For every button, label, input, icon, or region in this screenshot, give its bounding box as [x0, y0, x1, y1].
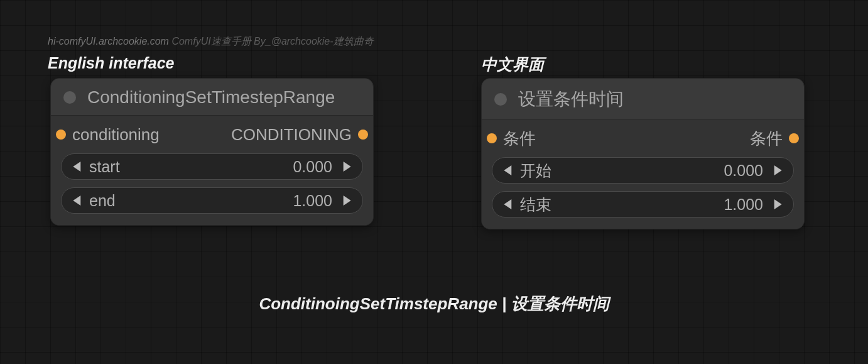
output-conditioning[interactable]: CONDITIONING	[231, 125, 363, 145]
watermark: hi-comfyUI.archcookie.com ComfyUI速查手册 By…	[48, 35, 374, 48]
node-chinese[interactable]: 设置条件时间 条件 条件 开始 0.000	[481, 78, 805, 229]
io-row: 条件 条件	[492, 128, 794, 148]
param-label: start	[89, 158, 293, 176]
section-label-chinese: 中文界面	[481, 54, 544, 75]
param-value[interactable]: 1.000	[724, 196, 763, 214]
increment-button[interactable]	[769, 165, 786, 175]
param-value[interactable]: 0.000	[293, 158, 332, 176]
io-row: conditioning CONDITIONING	[61, 124, 363, 145]
arrow-left-icon	[73, 162, 82, 172]
output-port-icon[interactable]	[358, 130, 368, 140]
arrow-left-icon	[73, 196, 82, 206]
param-label: 开始	[520, 160, 724, 181]
arrow-left-icon	[504, 199, 513, 209]
param-end[interactable]: 结束 1.000	[492, 191, 794, 218]
arrow-right-icon	[342, 196, 351, 206]
node-title: 设置条件时间	[518, 87, 624, 111]
node-body: 条件 条件 开始 0.000 结束 1.000	[482, 119, 804, 229]
watermark-text: ComfyUI速查手册 By_@archcookie-建筑曲奇	[169, 36, 374, 47]
node-body: conditioning CONDITIONING start 0.000 en…	[51, 115, 373, 225]
decrement-button[interactable]	[500, 199, 516, 209]
node-english[interactable]: ConditioningSetTimestepRange conditionin…	[50, 78, 374, 226]
node-header[interactable]: 设置条件时间	[482, 79, 804, 119]
collapse-dot-icon[interactable]	[63, 91, 76, 104]
footer-caption: ConditinoingSetTimstepRange | 设置条件时间	[0, 293, 868, 315]
input-label: 条件	[503, 128, 536, 150]
output-port-icon[interactable]	[789, 133, 799, 143]
input-conditioning[interactable]: 条件	[492, 128, 536, 150]
watermark-url: hi-comfyUI.archcookie.com	[48, 36, 169, 47]
input-port-icon[interactable]	[487, 133, 497, 143]
param-value[interactable]: 1.000	[293, 192, 332, 210]
arrow-left-icon	[504, 165, 513, 175]
increment-button[interactable]	[769, 199, 786, 209]
decrement-button[interactable]	[69, 162, 85, 172]
decrement-button[interactable]	[69, 196, 85, 206]
param-start[interactable]: start 0.000	[61, 153, 363, 180]
input-label: conditioning	[72, 125, 160, 145]
param-end[interactable]: end 1.000	[61, 187, 363, 214]
output-label: CONDITIONING	[231, 125, 352, 145]
output-label: 条件	[750, 128, 783, 150]
output-conditioning[interactable]: 条件	[750, 128, 794, 150]
section-label-english: English interface	[48, 54, 174, 72]
input-conditioning[interactable]: conditioning	[61, 125, 160, 145]
node-header[interactable]: ConditioningSetTimestepRange	[51, 79, 373, 115]
param-value[interactable]: 0.000	[724, 162, 763, 180]
decrement-button[interactable]	[500, 165, 516, 175]
increment-button[interactable]	[339, 196, 355, 206]
param-start[interactable]: 开始 0.000	[492, 157, 794, 184]
param-label: end	[89, 192, 293, 210]
param-label: 结束	[520, 194, 724, 215]
arrow-right-icon	[773, 165, 782, 175]
input-port-icon[interactable]	[56, 130, 66, 140]
arrow-right-icon	[342, 162, 351, 172]
collapse-dot-icon[interactable]	[494, 93, 507, 106]
node-title: ConditioningSetTimestepRange	[87, 87, 335, 108]
increment-button[interactable]	[339, 162, 355, 172]
arrow-right-icon	[773, 199, 782, 209]
